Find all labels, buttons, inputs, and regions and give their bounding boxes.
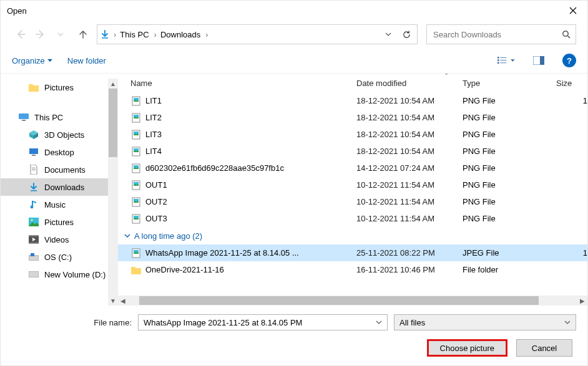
image-file-icon (130, 214, 142, 224)
filename-input[interactable] (142, 317, 375, 328)
column-size[interactable]: Size (556, 79, 587, 88)
recent-locations-button[interactable] (52, 26, 69, 43)
scrollbar-thumb[interactable] (139, 296, 539, 305)
tree-item-3d-objects[interactable]: 3D Objects (1, 126, 108, 143)
arrow-up-icon (78, 29, 88, 39)
file-row[interactable]: WhatsApp Image 2021-11-25 at 8.14.05 ...… (118, 244, 587, 261)
file-name: LIT1 (145, 96, 356, 105)
column-date[interactable]: Date modified ⌄ (356, 79, 463, 88)
file-type: PNG File (463, 96, 556, 105)
back-button[interactable] (12, 26, 29, 43)
group-label: A long time ago (2) (134, 231, 202, 241)
horizontal-scrollbar[interactable]: ◀ ▶ (118, 296, 587, 306)
button-label: Cancel (532, 344, 557, 353)
scrollbar-thumb[interactable] (109, 89, 117, 157)
column-type[interactable]: Type (463, 79, 556, 88)
search-icon (562, 30, 571, 39)
tree-item-music[interactable]: Music (1, 196, 108, 213)
file-row[interactable]: OUT110-12-2021 11:54 AMPNG File (118, 176, 587, 193)
tree-label: Desktop (44, 148, 74, 157)
caret-down-icon (47, 58, 52, 63)
svg-rect-23 (29, 256, 39, 261)
tree-item-pictures-quick[interactable]: Pictures (1, 79, 108, 96)
tree-item-os-c[interactable]: OS (C:) (1, 248, 108, 266)
pictures-icon (28, 216, 39, 228)
music-icon (28, 199, 39, 210)
address-dropdown-button[interactable] (381, 25, 396, 44)
scroll-up-icon[interactable]: ▲ (108, 79, 118, 89)
address-bar[interactable]: › This PC › Downloads › (97, 24, 418, 44)
chevron-down-icon (376, 319, 382, 325)
tree-label: Downloads (44, 183, 84, 192)
new-folder-button[interactable]: New folder (67, 56, 106, 65)
svg-rect-25 (29, 271, 39, 277)
file-list: Name Date modified ⌄ Type Size LIT118-12… (118, 74, 587, 306)
filename-dropdown[interactable] (375, 319, 383, 325)
svg-rect-6 (497, 62, 499, 64)
file-size: 1 (556, 96, 587, 105)
file-row[interactable]: OUT310-12-2021 11:54 AMPNG File (118, 210, 587, 227)
file-row[interactable]: LIT418-12-2021 10:54 AMPNG File (118, 143, 587, 160)
help-button[interactable]: ? (562, 54, 576, 67)
tree-item-documents[interactable]: Documents (1, 161, 108, 178)
filename-input-container (138, 314, 388, 330)
file-type-filter[interactable]: All files (394, 314, 576, 330)
file-row[interactable]: LIT118-12-2021 10:54 AMPNG File1 (118, 92, 587, 109)
downloads-icon (28, 181, 39, 193)
breadcrumb-downloads[interactable]: Downloads (158, 25, 204, 44)
svg-rect-24 (31, 253, 34, 256)
svg-rect-2 (497, 57, 499, 59)
svg-point-19 (31, 219, 32, 221)
preview-pane-button[interactable] (530, 53, 547, 68)
svg-rect-16 (31, 190, 37, 191)
svg-rect-21 (29, 235, 39, 236)
filename-label: File name: (1, 318, 132, 327)
scroll-left-icon[interactable]: ◀ (118, 297, 128, 304)
svg-rect-9 (540, 56, 544, 65)
svg-point-17 (31, 206, 34, 209)
tree-item-this-pc[interactable]: This PC (1, 108, 108, 126)
tree-item-new-volume-d[interactable]: New Volume (D:) (1, 266, 108, 283)
tree-item-desktop[interactable]: Desktop (1, 143, 108, 161)
up-button[interactable] (74, 26, 92, 43)
file-date: 16-11-2021 10:46 PM (356, 265, 463, 274)
drive-icon (28, 251, 39, 262)
search-box[interactable] (426, 24, 576, 44)
caret-down-icon (511, 58, 515, 63)
file-type: PNG File (463, 147, 556, 156)
tree-item-downloads[interactable]: Downloads (1, 178, 108, 196)
folder-icon (130, 266, 142, 274)
tree-item-videos[interactable]: Videos (1, 231, 108, 248)
file-row[interactable]: d602302e61fb6d69c228aae35c97fb1c14-12-20… (118, 160, 587, 176)
file-size: 1 (556, 248, 587, 258)
choose-picture-button[interactable]: Choose picture (427, 339, 507, 357)
file-type: PNG File (463, 214, 556, 223)
tree-label: Pictures (44, 218, 74, 227)
file-name: LIT3 (145, 130, 356, 139)
navigation-bar: › This PC › Downloads › (1, 21, 587, 48)
view-options-button[interactable] (497, 53, 515, 68)
breadcrumb-this-pc[interactable]: This PC (117, 25, 152, 44)
organize-menu[interactable]: Organize (12, 56, 52, 65)
file-row[interactable]: LIT318-12-2021 10:54 AMPNG File (118, 126, 587, 143)
videos-icon (28, 234, 39, 245)
arrow-right-icon (35, 29, 46, 40)
file-row[interactable]: OneDrive-2021-11-1616-11-2021 10:46 PMFi… (118, 261, 587, 278)
cancel-button[interactable]: Cancel (516, 339, 572, 357)
scroll-right-icon[interactable]: ▶ (577, 297, 587, 304)
refresh-button[interactable] (396, 25, 417, 44)
file-row[interactable]: LIT218-12-2021 10:54 AMPNG File (118, 109, 587, 126)
file-row[interactable]: OUT210-12-2021 11:54 AMPNG File (118, 193, 587, 210)
column-name[interactable]: Name (130, 79, 356, 88)
question-icon: ? (567, 56, 572, 65)
tree-item-pictures[interactable]: Pictures (1, 213, 108, 231)
scroll-down-icon[interactable]: ▼ (108, 296, 118, 306)
svg-rect-5 (500, 60, 506, 60)
file-name: WhatsApp Image 2021-11-25 at 8.14.05 ... (145, 248, 356, 258)
close-button[interactable] (559, 1, 587, 21)
tree-scrollbar[interactable]: ▲ ▼ (108, 79, 118, 306)
column-label: Type (463, 79, 480, 88)
search-input[interactable] (432, 29, 562, 40)
date-group-header[interactable]: A long time ago (2) (118, 227, 587, 244)
forward-button[interactable] (32, 26, 49, 43)
